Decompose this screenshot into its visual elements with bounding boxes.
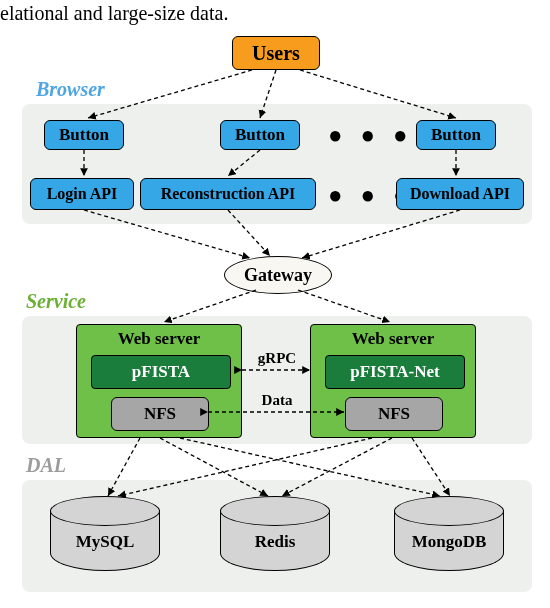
login-api: Login API [30, 178, 134, 210]
browser-button-1: Button [44, 120, 124, 150]
dal-label: DAL [26, 454, 66, 477]
mysql-db: MySQL [50, 496, 160, 571]
download-api: Download API [396, 178, 524, 210]
pfista-net-box: pFISTA-Net [325, 355, 465, 389]
web-server-label: Web server [77, 329, 241, 349]
web-server-left: Web server pFISTA NFS [76, 324, 242, 438]
gateway-node: Gateway [224, 256, 332, 294]
mongodb-db: MongoDB [394, 496, 504, 571]
fragment-text: elational and large-size data. [0, 2, 228, 25]
redis-db: Redis [220, 496, 330, 571]
data-label: Data [252, 392, 302, 409]
browser-label: Browser [36, 78, 105, 101]
pfista-box: pFISTA [91, 355, 231, 389]
reconstruction-api: Reconstruction API [140, 178, 316, 210]
grpc-label: gRPC [252, 350, 302, 367]
web-server-right: Web server pFISTA-Net NFS [310, 324, 476, 438]
nfs-left: NFS [111, 397, 209, 431]
nfs-right: NFS [345, 397, 443, 431]
browser-button-3: Button [416, 120, 496, 150]
service-label: Service [26, 290, 86, 313]
db-label: MongoDB [394, 532, 504, 552]
browser-button-2: Button [220, 120, 300, 150]
db-label: MySQL [50, 532, 160, 552]
db-label: Redis [220, 532, 330, 552]
web-server-label: Web server [311, 329, 475, 349]
buttons-ellipsis: ● ● ● [328, 122, 414, 149]
users-node: Users [232, 36, 320, 70]
